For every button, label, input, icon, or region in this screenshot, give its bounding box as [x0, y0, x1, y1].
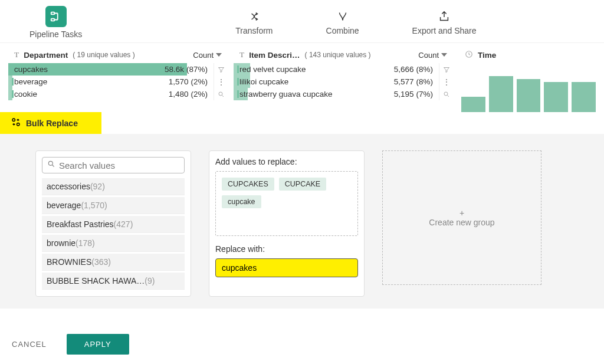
add-values-label: Add values to replace: — [215, 157, 358, 166]
table-row[interactable]: red velvet cupcake5,666 (8%) — [234, 63, 439, 76]
row-label: beverage — [14, 77, 169, 86]
replace-panel: Add values to replace: CUPCAKESCUPCAKEcu… — [209, 150, 365, 297]
svg-point-3 — [444, 92, 448, 96]
row-percent: (8%) — [416, 65, 433, 74]
svg-point-2 — [219, 92, 222, 96]
create-new-group[interactable]: + Create new group — [382, 150, 541, 285]
list-item-count: (363) — [91, 257, 111, 267]
tab-label: Combine — [326, 26, 359, 35]
replace-with-label: Replace with: — [215, 244, 358, 254]
row-percent: (8%) — [416, 77, 433, 86]
combine-icon — [336, 9, 350, 24]
bulk-replace-header: Bulk Replace — [0, 112, 101, 134]
brand-label: Pipeline Tasks — [29, 29, 82, 39]
list-item-count: (1,570) — [81, 201, 107, 210]
search-icon[interactable] — [218, 88, 225, 100]
tab-label: Export and Share — [412, 26, 477, 35]
search-icon — [47, 160, 55, 170]
table-row[interactable]: strawberry guava cupcake5,195 (7%) — [234, 88, 439, 100]
chevron-down-icon — [216, 53, 222, 57]
row-label: cupcakes — [14, 65, 165, 74]
list-item-count: (178) — [76, 238, 95, 248]
column-time: Time — [459, 47, 598, 112]
table-row[interactable]: beverage1,570 (2%) — [8, 76, 214, 88]
tab-combine[interactable]: Combine — [326, 9, 359, 35]
column-name: Time — [478, 51, 496, 60]
list-item[interactable]: BROWNIES(363) — [42, 254, 185, 271]
unique-count: ( 143 unique values ) — [305, 51, 371, 59]
chart-bar — [489, 76, 513, 113]
tab-export[interactable]: Export and Share — [412, 9, 477, 35]
list-item-label: brownie — [47, 238, 76, 248]
create-group-label: Create new group — [429, 218, 494, 227]
list-item[interactable]: BUBBLE SHACK HAWA…(9) — [42, 273, 185, 290]
row-label: lilikoi cupcake — [239, 77, 394, 86]
row-label: strawberry guava cupcake — [239, 90, 394, 99]
column-department: T Department ( 19 unique values ) Count … — [8, 47, 228, 112]
filter-icon[interactable] — [218, 63, 225, 76]
chart-bar — [544, 82, 568, 112]
pipeline-tasks-icon — [45, 6, 67, 27]
row-percent: (2%) — [191, 90, 208, 99]
count-dropdown[interactable]: Count — [193, 51, 222, 60]
filter-icon[interactable] — [443, 63, 450, 76]
svg-point-5 — [12, 119, 15, 122]
list-item-count: (427) — [114, 219, 133, 229]
svg-point-6 — [17, 123, 20, 126]
svg-rect-0 — [51, 12, 54, 15]
value-chip[interactable]: CUPCAKES — [222, 178, 274, 191]
list-item[interactable]: accessories(92) — [42, 178, 185, 195]
list-item-label: BROWNIES — [47, 257, 91, 267]
export-icon — [437, 9, 451, 24]
value-chip[interactable]: CUPCAKE — [279, 178, 326, 191]
list-item[interactable]: Breakfast Pastries(427) — [42, 216, 185, 233]
transform-icon — [247, 9, 261, 24]
list-item-count: (92) — [90, 182, 105, 191]
table-row[interactable]: cupcakes58.6k (87%) — [8, 63, 214, 76]
selected-values-box[interactable]: CUPCAKESCUPCAKEcupcake — [215, 171, 358, 236]
row-percent: (7%) — [416, 90, 433, 99]
cancel-button[interactable]: CANCEL — [12, 340, 47, 349]
tab-label: Transform — [235, 26, 273, 35]
list-item-label: Breakfast Pastries — [47, 219, 114, 229]
row-percent: (87%) — [186, 65, 208, 74]
values-panel: accessories(92)beverage(1,570)Breakfast … — [35, 150, 191, 297]
list-item-label: BUBBLE SHACK HAWA… — [47, 276, 145, 286]
apply-button[interactable]: APPLY — [67, 334, 129, 355]
search-input[interactable] — [59, 160, 179, 170]
list-item[interactable]: beverage(1,570) — [42, 197, 185, 214]
row-value: 5,666 — [394, 65, 414, 74]
bulk-replace-title: Bulk Replace — [26, 119, 78, 128]
list-item[interactable]: brownie(178) — [42, 235, 185, 252]
bulk-replace-icon — [11, 117, 21, 129]
search-values-field[interactable] — [42, 157, 185, 173]
chart-bar — [461, 97, 485, 112]
time-type-icon — [465, 50, 473, 60]
column-item-description: T Item Descri… ( 143 unique values ) Cou… — [234, 47, 453, 112]
time-histogram — [459, 64, 598, 112]
count-dropdown[interactable]: Count — [418, 51, 447, 60]
more-icon[interactable]: ⋮ — [217, 76, 225, 88]
search-icon[interactable] — [443, 88, 450, 100]
row-value: 1,480 — [169, 90, 189, 99]
row-value: 1,570 — [169, 77, 189, 86]
column-name: Department — [24, 51, 68, 60]
table-row[interactable]: lilikoi cupcake5,577 (8%) — [234, 76, 439, 88]
list-item-count: (9) — [145, 276, 155, 286]
more-icon[interactable]: ⋮ — [442, 76, 451, 88]
row-label: cookie — [14, 90, 169, 99]
chart-bar — [517, 79, 541, 112]
column-name: Item Descri… — [249, 51, 300, 60]
list-item-label: beverage — [47, 201, 81, 210]
list-item-label: accessories — [47, 182, 90, 191]
plus-icon: + — [429, 208, 494, 218]
table-row[interactable]: cookie1,480 (2%) — [8, 88, 214, 100]
value-chip[interactable]: cupcake — [222, 195, 261, 208]
chevron-down-icon — [441, 53, 447, 57]
svg-point-7 — [48, 161, 52, 165]
text-type-icon: T — [239, 50, 244, 60]
replace-with-input[interactable] — [215, 258, 358, 277]
row-label: red velvet cupcake — [239, 65, 394, 74]
tab-transform[interactable]: Transform — [235, 9, 273, 35]
row-value: 58.6k — [165, 65, 184, 74]
